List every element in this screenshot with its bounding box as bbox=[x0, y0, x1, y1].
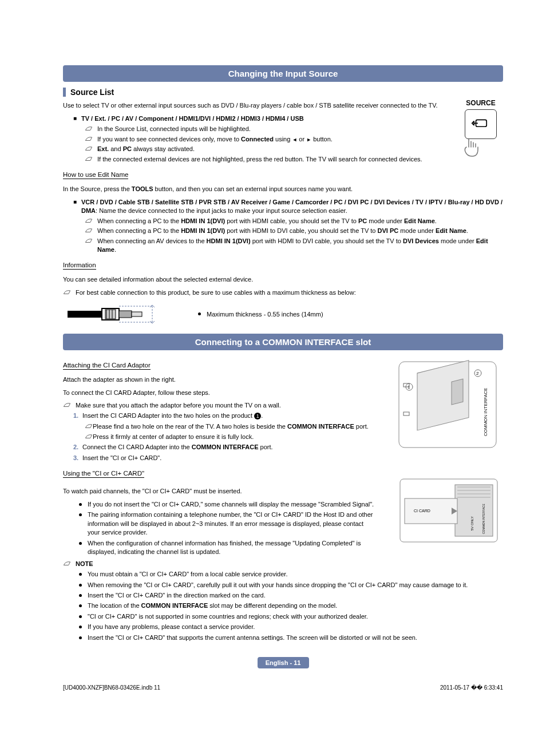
ci-step-2: 2. Connect the CI CARD Adapter into the … bbox=[73, 443, 377, 452]
note-icon bbox=[85, 155, 94, 164]
note-icon bbox=[85, 217, 94, 225]
note-icon bbox=[85, 227, 94, 235]
svg-rect-8 bbox=[132, 312, 142, 316]
devices-text: VCR / DVD / Cable STB / Satellite STB / … bbox=[81, 198, 503, 215]
note-icon bbox=[63, 288, 72, 297]
note-icon bbox=[63, 401, 72, 410]
bullet-dot-icon bbox=[79, 584, 82, 587]
svg-text:COMMON INTERFACE: COMMON INTERFACE bbox=[482, 504, 485, 534]
note-1b: If you want to see connected devices onl… bbox=[85, 135, 449, 144]
page-number-badge: English - 11 bbox=[258, 657, 309, 668]
note-text: Please find a two hole on the rear of th… bbox=[93, 422, 369, 431]
note-text: If you want to see connected devices onl… bbox=[97, 135, 333, 144]
note-text: In the Source List, connected inputs wil… bbox=[97, 125, 251, 133]
source-title: SOURCE bbox=[458, 99, 503, 107]
note-text: When connecting a PC to the HDMI IN 1(DV… bbox=[97, 227, 468, 235]
svg-rect-23 bbox=[455, 485, 493, 536]
step-text: Connect the CI CARD Adapter into the COM… bbox=[82, 443, 273, 452]
footer: [UD4000-XNZF]BN68-03426E.indb 11 2011-05… bbox=[63, 684, 503, 691]
note-icon bbox=[85, 145, 94, 153]
bullet-dot-icon bbox=[198, 312, 201, 315]
note-text: When connecting a PC to the HDMI IN 1(DV… bbox=[97, 217, 437, 225]
edit-name-heading: How to use Edit Name bbox=[63, 171, 128, 179]
ci-bullet-3: When the configuration of channel inform… bbox=[79, 539, 377, 557]
note-text: Press it firmly at center of adapter to … bbox=[93, 433, 254, 441]
square-bullet-icon: ■ bbox=[73, 114, 78, 123]
section-banner-2: Connecting to a COMMON INTERFACE slot bbox=[63, 334, 503, 350]
bullet-dot-icon bbox=[79, 604, 82, 607]
note-1c: Ext. and PC always stay activated. bbox=[85, 145, 449, 153]
note-icon bbox=[85, 433, 93, 441]
inputs-bullet: ■ TV / Ext. / PC / AV / Component / HDMI… bbox=[73, 114, 449, 123]
step-text: Insert the "CI or CI+ CARD". bbox=[82, 454, 161, 462]
information-line: You can see detailed information about t… bbox=[63, 275, 503, 284]
ci-warn-text: Make sure that you attach the adaptor be… bbox=[76, 401, 281, 410]
svg-rect-3 bbox=[105, 310, 116, 319]
bullet-dot-icon bbox=[79, 626, 82, 628]
svg-rect-15 bbox=[452, 379, 463, 405]
note-bullet-3: Insert the "CI or CI+ CARD" in the direc… bbox=[79, 591, 503, 600]
ci-using-heading: Using the "CI or CI+ CARD" bbox=[63, 470, 144, 478]
cable-bullet-text: Maximum thickness - 0.55 inches (14mm) bbox=[207, 311, 323, 318]
step-text: Insert the CI CARD Adapter into the two … bbox=[82, 411, 263, 420]
note-icon bbox=[85, 135, 94, 144]
footer-right: 2011-05-17 �� 6:33:41 bbox=[440, 684, 503, 691]
ci-warn: Make sure that you attach the adaptor be… bbox=[63, 401, 377, 410]
step-number: 1. bbox=[73, 411, 82, 420]
note-icon bbox=[85, 422, 93, 431]
svg-text:CI CARD: CI CARD bbox=[414, 509, 430, 513]
svg-rect-21 bbox=[403, 412, 409, 415]
step-number: 3. bbox=[73, 454, 82, 462]
circled-one-icon: 1 bbox=[254, 413, 261, 419]
cable-note: For best cable connection to this produc… bbox=[63, 288, 503, 297]
ci-adapter-figure: COMMON INTERFACE 1 2 bbox=[389, 356, 503, 453]
heading-bar-icon bbox=[63, 88, 66, 97]
note-bullet-6: If you have any problems, please contact… bbox=[79, 623, 503, 631]
source-button-outline bbox=[465, 109, 497, 139]
square-bullet-icon: ■ bbox=[73, 198, 78, 215]
note-bullet-5: "CI or CI+ CARD" is not supported in som… bbox=[79, 612, 503, 621]
ci-step-1-note-1: Please find a two hole on the rear of th… bbox=[85, 422, 377, 431]
note-icon bbox=[85, 237, 94, 254]
svg-text:5V ONLY: 5V ONLY bbox=[470, 516, 474, 531]
ci-step-1: 1. Insert the CI CARD Adapter into the t… bbox=[73, 411, 377, 420]
bullet-dot-icon bbox=[79, 636, 82, 639]
note-bullet-2: When removing the "CI or CI+ CARD", care… bbox=[79, 581, 503, 589]
cable-bullet: Maximum thickness - 0.55 inches (14mm) bbox=[198, 311, 323, 318]
bullet-dot-icon bbox=[79, 503, 82, 506]
ci-card-figure: 5V ONLY COMMON INTERFACE CI CARD bbox=[389, 468, 503, 548]
subheading-label: Source List bbox=[70, 88, 114, 97]
bullet-dot-icon bbox=[79, 615, 82, 618]
edit-note-1: When connecting a PC to the HDMI IN 1(DV… bbox=[85, 217, 503, 225]
note-bullet-7: Insert the "CI or CI+ CARD" that support… bbox=[79, 634, 503, 642]
ci-step-1-note-2: Press it firmly at center of adapter to … bbox=[85, 433, 377, 441]
note-bullet-4: The location of the COMMON INTERFACE slo… bbox=[79, 601, 503, 610]
cable-note-text: For best cable connection to this produc… bbox=[76, 288, 356, 297]
cable-thickness-icon bbox=[66, 303, 169, 326]
note-heading: NOTE bbox=[63, 560, 503, 568]
source-glyph-icon bbox=[471, 117, 490, 132]
ci-step-3: 3. Insert the "CI or CI+ CARD". bbox=[73, 454, 503, 462]
note-text: Ext. and PC always stay activated. bbox=[97, 145, 195, 153]
edit-name-line1: In the Source, press the TOOLS button, a… bbox=[63, 185, 503, 193]
note-text: If the connected external devices are no… bbox=[97, 155, 422, 164]
intro-text: Use to select TV or other external input… bbox=[63, 101, 503, 110]
note-text: When connecting an AV devices to the HDM… bbox=[97, 237, 503, 254]
svg-text:COMMON INTERFACE: COMMON INTERFACE bbox=[483, 387, 488, 436]
section-banner-1: Changing the Input Source bbox=[63, 65, 503, 82]
devices-bullet: ■ VCR / DVD / Cable STB / Satellite STB … bbox=[73, 198, 503, 215]
bullet-dot-icon bbox=[79, 513, 82, 516]
subheading-source-list: Source List bbox=[63, 88, 503, 97]
note-icon bbox=[63, 560, 72, 568]
bullet-dot-icon bbox=[79, 573, 82, 576]
note-icon bbox=[85, 125, 94, 133]
bullet-dot-icon bbox=[79, 594, 82, 597]
note-bullet-1: You must obtain a "CI or CI+ CARD" from … bbox=[79, 570, 503, 579]
ci-attach-heading: Attaching the CI Card Adaptor bbox=[63, 362, 151, 370]
bullet-dot-icon bbox=[79, 542, 82, 545]
source-button-figure: SOURCE bbox=[458, 99, 503, 159]
svg-rect-7 bbox=[119, 311, 132, 318]
edit-note-2: When connecting a PC to the HDMI IN 1(DV… bbox=[85, 227, 503, 235]
inputs-list: TV / Ext. / PC / AV / Component / HDMI1/… bbox=[81, 114, 304, 123]
note-head-text: NOTE bbox=[76, 560, 93, 568]
